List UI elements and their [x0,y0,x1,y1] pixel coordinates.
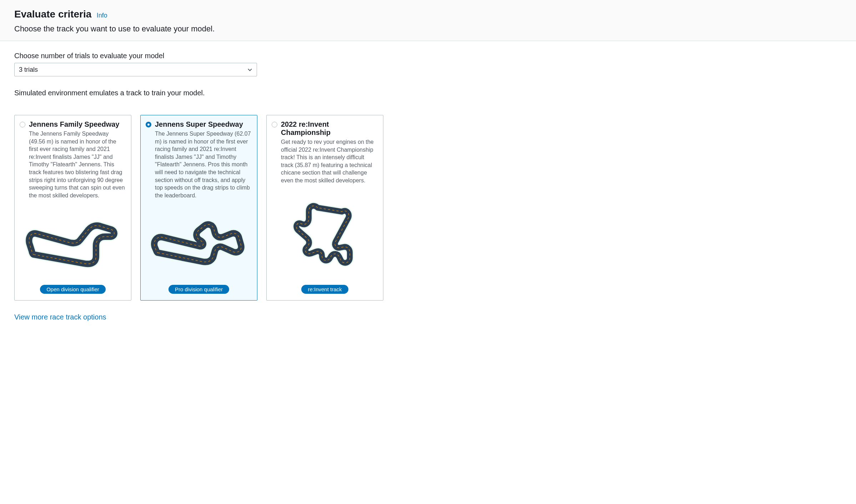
track-title: Jennens Family Speedway [29,120,119,128]
track-card-jennens-super[interactable]: Jennens Super Speedway The Jennens Super… [140,115,257,301]
trials-label: Choose number of trials to evaluate your… [14,52,842,60]
track-description: The Jennens Super Speedway (62.07 m) is … [155,130,252,199]
track-description: The Jennens Family Speedway (49.56 m) is… [29,130,126,199]
track-cards-row: Jennens Family Speedway The Jennens Fami… [14,115,842,301]
track-badge: Open division qualifier [40,285,106,294]
page-header: Evaluate criteria Info Choose the track … [0,0,856,41]
track-badge: re:Invent track [301,285,348,294]
card-header: Jennens Super Speedway [146,120,252,128]
track-badge: Pro division qualifier [168,285,229,294]
track-card-jennens-family[interactable]: Jennens Family Speedway The Jennens Fami… [14,115,131,301]
page-subtitle: Choose the track you want to use to eval… [14,24,842,34]
track-image [20,206,126,278]
radio-unselected-icon[interactable] [272,122,277,127]
track-description: Get ready to rev your engines on the off… [281,138,378,185]
track-title: 2022 re:Invent Championship [281,120,378,137]
content-section: Choose number of trials to evaluate your… [0,41,856,332]
sim-env-label: Simulated environment emulates a track t… [14,89,842,97]
track-image [146,206,252,278]
trials-select[interactable]: 3 trials [14,63,257,76]
track-title: Jennens Super Speedway [155,120,243,128]
trials-select-value: 3 trials [14,63,257,76]
page-title: Evaluate criteria [14,9,91,20]
badge-row: Open division qualifier [20,285,126,294]
info-link[interactable]: Info [97,12,107,19]
radio-selected-icon[interactable] [146,122,151,127]
view-more-tracks-link[interactable]: View more race track options [14,313,842,321]
badge-row: Pro division qualifier [146,285,252,294]
track-card-reinvent-championship[interactable]: 2022 re:Invent Championship Get ready to… [266,115,383,301]
card-header: Jennens Family Speedway [20,120,126,128]
badge-row: re:Invent track [272,285,378,294]
radio-unselected-icon[interactable] [20,122,25,127]
card-header: 2022 re:Invent Championship [272,120,378,137]
track-image [272,192,378,278]
